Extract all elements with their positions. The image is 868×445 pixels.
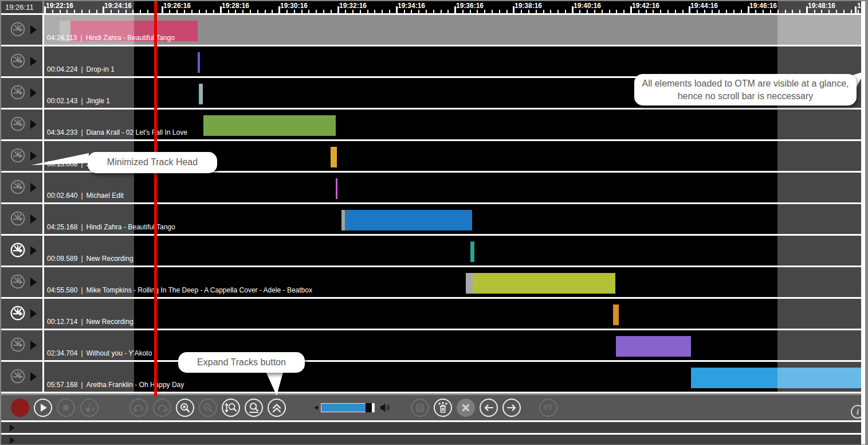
track-head[interactable] [1,110,42,139]
track-lane[interactable]: 04:55.580|Mike Tompkins - Rolling In The… [44,267,862,297]
track-play-button[interactable] [30,120,37,129]
track-lane[interactable]: 00:09.589|New Recording [44,236,862,266]
volume-slider[interactable] [321,403,375,412]
track-row[interactable]: 04:55.580|Mike Tompkins - Rolling In The… [1,267,862,297]
track-routing-icon[interactable] [10,211,25,226]
track-lane[interactable]: 00:04.224|Drop-in 1 [44,46,862,76]
track-routing-icon[interactable] [10,274,25,289]
track-lane[interactable]: 00:02.640|Michael Edit [44,173,862,202]
track-lane[interactable]: 04:25.168|Hindi Zahra - Beautiful Tango [44,204,862,234]
audio-clip[interactable] [466,273,473,294]
current-time-display: 19:26:11 [1,1,42,14]
track-lane[interactable]: 05:57.168|Aretha Franklin - Oh Happy Day [44,362,862,392]
expand-panel-icon[interactable] [10,424,15,431]
timeline-ruler[interactable]: 19:22:1619:24:1619:26:1619:28:1619:30:16… [44,1,862,14]
audio-clip[interactable] [198,52,200,73]
track-row[interactable]: 04:25.168|Hindi Zahra - Beautiful Tango [1,204,862,234]
track-play-button[interactable] [30,183,37,192]
track-row[interactable]: 04:24.113|Hindi Zahra - Beautiful Tango [1,15,862,45]
track-play-button[interactable] [30,25,37,34]
track-routing-icon[interactable] [10,369,25,384]
track-head[interactable] [1,299,42,329]
track-play-button[interactable] [30,151,37,161]
audio-clip[interactable] [199,84,203,104]
track-head-icons [10,243,25,260]
audio-clip[interactable] [473,273,615,294]
audio-clip[interactable] [336,178,337,199]
track-head-icons [10,274,25,291]
track-head[interactable] [1,78,42,108]
track-play-button[interactable] [30,309,37,318]
track-head[interactable] [1,204,42,234]
track-routing-icon[interactable] [10,148,25,163]
track-routing-icon[interactable] [10,22,25,37]
track-lane[interactable]: 00:12.714|New Recording [44,299,862,329]
track-row[interactable]: 05:57.168|Aretha Franklin - Oh Happy Day [1,362,862,392]
track-row[interactable]: 04:34.233|Diana Krall - 02 Let's Fall In… [1,110,862,139]
audio-clip[interactable] [345,210,472,231]
ruler-time-label: 19:40:16 [574,2,601,10]
label-separator: | [81,65,83,73]
track-head[interactable] [1,141,42,171]
track-play-button[interactable] [30,57,37,66]
track-row[interactable]: 02:34.704|Without you - Y'Akoto [1,330,862,360]
track-lane[interactable]: 04:24.113|Hindi Zahra - Beautiful Tango [44,15,862,45]
track-label: 00:09.589|New Recording [47,255,133,263]
speaker-icon[interactable] [378,401,391,414]
audio-clip[interactable] [613,305,619,325]
track-play-button[interactable] [30,214,37,224]
audio-clip[interactable] [203,115,336,136]
volume-slider-handle[interactable] [366,403,372,412]
track-play-button[interactable] [30,278,37,287]
track-title: New Recording [87,318,133,326]
track-title: New Recording [87,255,133,263]
track-label: 04:34.233|Diana Krall - 02 Let's Fall In… [47,128,187,136]
track-head[interactable] [1,46,42,76]
track-routing-icon[interactable] [10,85,25,100]
track-head[interactable] [1,267,42,297]
callout-no-scrollbar: All elements loaded to OTM are visible a… [634,74,857,106]
audio-clip[interactable] [470,241,474,262]
expand-panel-icon[interactable] [10,437,15,444]
track-row[interactable]: 00:09.589|New Recording [1,236,862,266]
label-separator: | [81,318,83,326]
audio-clip[interactable] [691,368,862,388]
track-head[interactable] [1,330,42,360]
track-head[interactable] [1,236,42,266]
track-head[interactable] [1,362,42,392]
label-separator: | [81,128,83,136]
track-head[interactable] [1,15,42,45]
playhead-cursor[interactable] [154,1,157,396]
audio-clip[interactable] [616,336,691,357]
track-play-button[interactable] [30,246,37,255]
track-lane[interactable]: 04:34.233|Diana Krall - 02 Let's Fall In… [44,110,862,139]
volume-down-icon[interactable] [312,403,321,412]
track-title: Michael Edit [87,192,124,200]
track-play-button[interactable] [30,341,37,350]
track-routing-icon[interactable] [10,306,25,321]
track-head-icons [10,211,25,228]
track-routing-icon[interactable] [10,179,25,194]
ruler-time-label: 19:28:16 [222,2,249,10]
track-routing-icon[interactable] [10,53,25,68]
audio-clip[interactable] [331,147,337,167]
ruler-time-label: 19:38:16 [514,2,542,10]
track-title: Without you - Y'Akoto [87,349,152,357]
label-separator: | [81,223,83,231]
track-lane[interactable]: 02:34.704|Without you - Y'Akoto [44,330,862,360]
track-row[interactable]: 00:04.224|Drop-in 1 [1,46,862,76]
track-play-button[interactable] [30,88,37,97]
label-separator: | [81,381,83,389]
track-routing-icon[interactable] [10,243,25,257]
track-head[interactable] [1,173,42,202]
track-routing-icon[interactable] [10,116,25,131]
track-head-icons [10,53,25,71]
track-row[interactable]: 00:12.714|New Recording [1,299,862,329]
volume-slider-fill [321,404,366,412]
track-title: Mike Tompkins - Rolling In The Deep - A … [87,286,312,294]
track-title: Diana Krall - 02 Let's Fall In Love [87,128,187,136]
track-routing-icon[interactable] [10,337,25,352]
track-head-icons [10,22,25,39]
track-play-button[interactable] [30,372,37,381]
track-row[interactable]: 00:02.640|Michael Edit [1,173,862,202]
